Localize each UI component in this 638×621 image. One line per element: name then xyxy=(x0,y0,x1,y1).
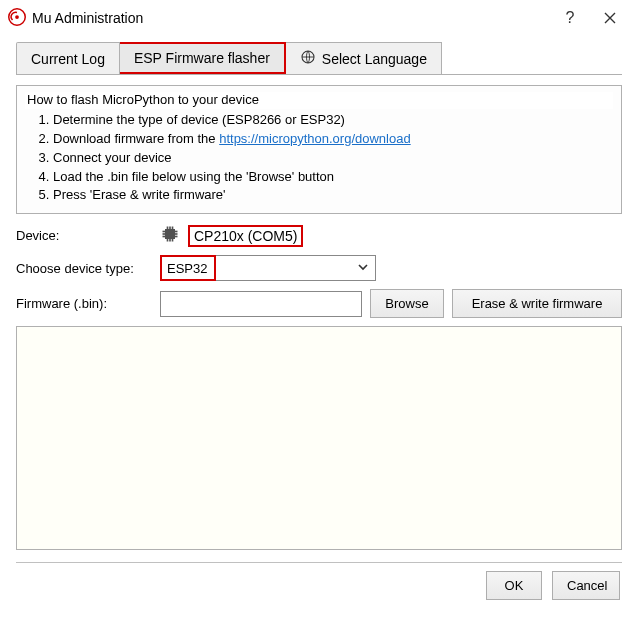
tab-select-language[interactable]: Select Language xyxy=(286,42,442,74)
chevron-down-icon xyxy=(357,260,369,276)
instruction-text: Download firmware from the xyxy=(53,131,219,146)
instruction-step-5: Press 'Erase & write firmware' xyxy=(53,186,613,205)
globe-icon xyxy=(300,49,316,68)
tab-esp-firmware-flasher[interactable]: ESP Firmware flasher xyxy=(120,42,286,74)
device-type-row: Choose device type: ESP32 xyxy=(16,255,622,281)
instruction-step-3: Connect your device xyxy=(53,149,613,168)
help-button[interactable]: ? xyxy=(550,0,590,36)
firmware-label: Firmware (.bin): xyxy=(16,296,160,311)
ok-button[interactable]: OK xyxy=(486,571,542,600)
device-value: CP210x (COM5) xyxy=(188,225,303,247)
title-bar: Mu Administration ? xyxy=(0,0,638,36)
firmware-path-input[interactable] xyxy=(160,291,362,317)
svg-point-1 xyxy=(15,15,19,19)
tab-bar: Current Log ESP Firmware flasher Select … xyxy=(16,42,622,75)
erase-write-button[interactable]: Erase & write firmware xyxy=(452,289,622,318)
svg-rect-3 xyxy=(165,229,175,239)
chip-icon xyxy=(160,224,180,247)
instruction-step-4: Load the .bin file below using the 'Brow… xyxy=(53,168,613,187)
instruction-step-1: Determine the type of device (ESP8266 or… xyxy=(53,111,613,130)
window-title: Mu Administration xyxy=(32,10,550,26)
tab-label: ESP Firmware flasher xyxy=(134,50,270,66)
app-logo-icon xyxy=(8,8,26,29)
device-label: Device: xyxy=(16,228,160,243)
close-button[interactable] xyxy=(590,0,630,36)
firmware-row: Firmware (.bin): Browse Erase & write fi… xyxy=(16,289,622,318)
browse-button[interactable]: Browse xyxy=(370,289,444,318)
download-link[interactable]: https://micropython.org/download xyxy=(219,131,411,146)
instructions-panel: How to flash MicroPython to your device … xyxy=(16,85,622,214)
log-output-area xyxy=(16,326,622,550)
tab-label: Select Language xyxy=(322,51,427,67)
dialog-footer: OK Cancel xyxy=(16,571,622,600)
tab-current-log[interactable]: Current Log xyxy=(16,42,120,74)
tab-label: Current Log xyxy=(31,51,105,67)
select-value: ESP32 xyxy=(167,261,207,276)
instruction-step-2: Download firmware from the https://micro… xyxy=(53,130,613,149)
device-type-label: Choose device type: xyxy=(16,261,160,276)
close-icon xyxy=(604,12,616,24)
device-type-select[interactable]: ESP32 xyxy=(160,255,376,281)
cancel-button[interactable]: Cancel xyxy=(552,571,620,600)
device-row: Device: CP210x (COM5) xyxy=(16,224,622,247)
instructions-title: How to flash MicroPython to your device xyxy=(25,92,613,109)
footer-separator xyxy=(16,562,622,563)
